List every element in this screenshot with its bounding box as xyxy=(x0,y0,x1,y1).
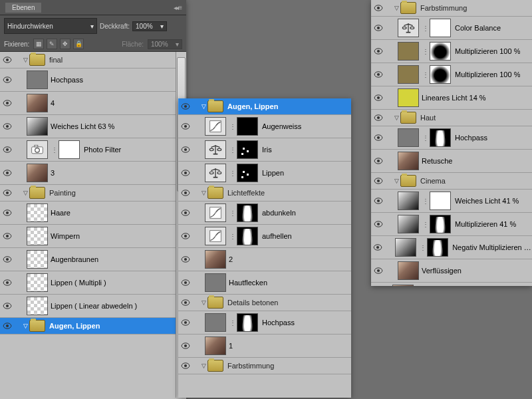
layer-group[interactable]: ▽Haut xyxy=(371,110,532,126)
layer-row[interactable]: ⋮Weiches Licht 41 % xyxy=(371,190,532,213)
layer-thumb[interactable] xyxy=(398,19,419,37)
layer-mask[interactable] xyxy=(237,164,258,182)
link-icon[interactable]: ⋮ xyxy=(423,47,428,56)
layer-group[interactable]: ▽final xyxy=(0,52,186,68)
layer-thumb[interactable] xyxy=(27,250,48,269)
visibility-toggle[interactable] xyxy=(371,71,386,78)
layer-thumb[interactable] xyxy=(27,227,48,245)
visibility-toggle[interactable] xyxy=(0,100,15,106)
visibility-toggle[interactable] xyxy=(371,94,386,101)
layer-thumb[interactable] xyxy=(398,42,419,61)
layer-thumb[interactable] xyxy=(205,227,226,245)
layer-group[interactable]: ▽Farbstimmung xyxy=(178,358,351,374)
layer-group[interactable]: ▽Lichteffekte xyxy=(178,185,351,201)
link-icon[interactable]: ⋮ xyxy=(423,70,428,79)
visibility-toggle[interactable] xyxy=(0,233,15,239)
layer-row[interactable]: ⋮abdunkeln xyxy=(178,201,351,225)
layer-row[interactable]: ⋮Augenweiss xyxy=(178,115,351,138)
layer-thumb[interactable] xyxy=(398,128,419,147)
link-icon[interactable]: ⋮ xyxy=(230,208,235,217)
layer-row[interactable]: Augenbraunen xyxy=(0,248,186,271)
layer-group[interactable]: ▽Augen, Lippen xyxy=(178,98,351,115)
disclosure-icon[interactable]: ▽ xyxy=(21,56,29,64)
layer-mask[interactable] xyxy=(59,140,80,159)
layer-row[interactable]: ⋮Color Balance xyxy=(371,17,532,40)
visibility-toggle[interactable] xyxy=(0,123,15,130)
link-icon[interactable]: ⋮ xyxy=(423,133,428,142)
disclosure-icon[interactable]: ▽ xyxy=(21,189,29,197)
link-icon[interactable]: ⋮ xyxy=(423,23,428,33)
layer-thumb[interactable] xyxy=(27,297,48,315)
visibility-toggle[interactable] xyxy=(371,5,386,11)
disclosure-icon[interactable]: ▽ xyxy=(200,102,207,110)
layer-mask[interactable] xyxy=(430,42,451,61)
layer-thumb[interactable] xyxy=(27,273,48,292)
layer-row[interactable]: ⋮Hochpass xyxy=(178,311,351,334)
visibility-toggle[interactable] xyxy=(178,256,193,263)
layer-thumb[interactable] xyxy=(205,250,226,269)
layer-thumb[interactable] xyxy=(392,285,414,286)
visibility-toggle[interactable] xyxy=(178,362,193,369)
layer-thumb[interactable] xyxy=(205,336,226,355)
layer-mask[interactable] xyxy=(430,65,451,84)
layer-mask[interactable] xyxy=(427,238,448,257)
layer-thumb[interactable] xyxy=(27,140,48,159)
layer-row[interactable]: Lippen ( Multipli ) xyxy=(0,271,186,295)
lock-position-icon[interactable]: ✥ xyxy=(60,39,70,49)
visibility-toggle[interactable] xyxy=(371,267,386,274)
visibility-toggle[interactable] xyxy=(178,319,193,326)
layer-row[interactable]: ⋮Multiplizieren 100 % xyxy=(371,63,532,86)
layer-thumb[interactable] xyxy=(398,88,419,107)
visibility-toggle[interactable] xyxy=(178,170,193,176)
layer-row[interactable]: Lippen ( Linear abwedeln ) xyxy=(0,295,186,318)
layer-row[interactable]: ⋮Lippen xyxy=(178,162,351,185)
layer-thumb[interactable] xyxy=(27,164,48,182)
layer-thumb[interactable] xyxy=(205,117,226,136)
layer-thumb[interactable] xyxy=(27,94,48,112)
layer-mask[interactable] xyxy=(430,19,451,37)
visibility-toggle[interactable] xyxy=(0,209,15,216)
visibility-toggle[interactable] xyxy=(0,76,15,83)
layer-row[interactable]: ⋮Negativ Multiplizieren 34 % xyxy=(371,236,532,259)
layer-thumb[interactable] xyxy=(398,152,419,170)
layer-row[interactable]: Hochpass xyxy=(0,68,186,92)
visibility-toggle[interactable] xyxy=(371,198,386,204)
visibility-toggle[interactable] xyxy=(178,299,193,306)
fill-input[interactable]: 100%▾ xyxy=(148,39,182,49)
link-icon[interactable]: ⋮ xyxy=(230,145,235,154)
layer-thumb[interactable] xyxy=(205,313,226,332)
link-icon[interactable]: ⋮ xyxy=(230,231,235,241)
layer-row[interactable]: ⋮Multiplizieren 41 % xyxy=(371,213,532,236)
layer-row[interactable]: 4 xyxy=(0,92,186,115)
layer-mask[interactable] xyxy=(430,192,451,210)
layer-mask[interactable] xyxy=(237,117,258,136)
visibility-toggle[interactable] xyxy=(178,123,193,130)
layer-mask[interactable] xyxy=(237,140,258,159)
disclosure-icon[interactable]: ▽ xyxy=(200,299,207,307)
layer-row[interactable]: 3 xyxy=(0,162,186,185)
layer-thumb[interactable] xyxy=(27,203,48,222)
layer-group[interactable]: ▽Painting xyxy=(0,185,186,201)
layer-row[interactable]: ⋮aufhellen xyxy=(178,225,351,248)
link-icon[interactable]: ⋮ xyxy=(230,122,235,131)
visibility-toggle[interactable] xyxy=(178,146,193,153)
layer-thumb[interactable] xyxy=(205,203,226,222)
link-icon[interactable]: ⋮ xyxy=(420,243,426,252)
layer-thumb[interactable] xyxy=(398,215,419,233)
visibility-toggle[interactable] xyxy=(371,158,386,164)
visibility-toggle[interactable] xyxy=(371,134,386,141)
link-icon[interactable]: ⋮ xyxy=(230,318,235,327)
lock-all-icon[interactable]: 🔒 xyxy=(73,39,84,49)
visibility-toggle[interactable] xyxy=(0,256,15,263)
layer-thumb[interactable] xyxy=(395,238,416,257)
visibility-toggle[interactable] xyxy=(371,25,386,31)
layer-row[interactable]: Weiches Licht 63 % xyxy=(0,115,186,138)
opacity-input[interactable]: 100%▾ xyxy=(132,21,167,31)
link-icon[interactable]: ⋮ xyxy=(230,168,235,178)
disclosure-icon[interactable]: ▽ xyxy=(392,114,400,122)
layer-row[interactable]: ⋮Hochpass xyxy=(371,126,532,150)
disclosure-icon[interactable]: ▽ xyxy=(200,189,207,197)
visibility-toggle[interactable] xyxy=(178,279,193,286)
layer-row[interactable]: Retusche xyxy=(371,150,532,173)
tab-layers[interactable]: Ebenen xyxy=(5,3,41,13)
